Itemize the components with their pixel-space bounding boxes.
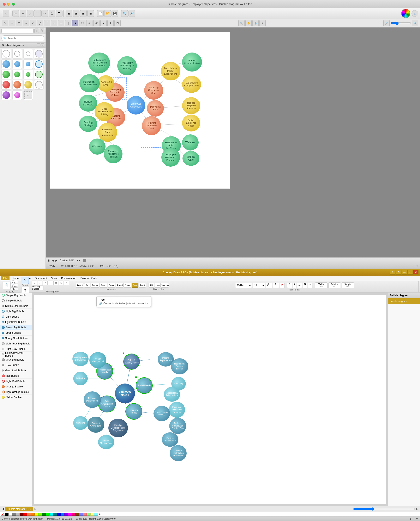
en-node-personal-dev[interactable]: PersonalDevelopment	[83, 391, 101, 408]
color-deep-pink[interactable]	[72, 513, 75, 516]
color-lime-light[interactable]	[38, 513, 42, 516]
close-btn[interactable]	[3, 3, 6, 6]
en-node-health-mgmt[interactable]: HealthManagement	[89, 352, 106, 368]
zoom-stepper[interactable]: ▲▼	[76, 259, 81, 262]
canvas-hscroll[interactable]	[353, 507, 415, 511]
arrow-tool[interactable]: ↖	[2, 20, 8, 26]
sidebar-lgray-big[interactable]: Light Gray Big Bubble	[0, 341, 32, 346]
sidebar-lgray-small[interactable]: Light Gray Small Bubble	[0, 352, 32, 357]
color-light-yellow[interactable]	[90, 513, 94, 516]
arc-tool[interactable]: ⌒	[34, 10, 41, 17]
cut-btn[interactable]: ✂ Cut	[11, 280, 18, 283]
bubble-cell-2[interactable]	[12, 49, 22, 59]
freehand[interactable]: ✏	[86, 20, 92, 26]
font-size-down[interactable]: A↓	[273, 283, 279, 288]
color-green-dark[interactable]	[42, 513, 46, 516]
vscroll-down[interactable]: ▼	[416, 517, 418, 520]
sidebar-gray-big[interactable]: Gray Big Bubble	[0, 357, 32, 362]
vert-conn[interactable]: |	[65, 20, 71, 26]
bezier-tool[interactable]: ∿	[100, 20, 106, 26]
text-tool[interactable]: T	[56, 10, 62, 17]
page-3[interactable]	[90, 259, 93, 262]
bubble-cell-7[interactable]	[23, 59, 33, 69]
maximize-btn[interactable]	[12, 3, 15, 6]
line-btn[interactable]: Line	[155, 283, 161, 288]
node-paternalistic[interactable]: Paternalistic:Defined Benefit	[79, 74, 100, 92]
node-satisfy-emp[interactable]: SatisfyEmployeeNeeds	[182, 115, 200, 132]
color-maroon[interactable]	[20, 513, 23, 516]
tab-scroll-left[interactable]: ◀	[1, 507, 4, 510]
paste-btn[interactable]: 📋	[2, 282, 11, 289]
image-insert[interactable]: 🖼	[114, 20, 121, 26]
bubble-cell-6[interactable]	[12, 59, 22, 69]
dt-draw-shapes[interactable]: Drawing Shapes	[32, 286, 44, 290]
sidebar-list-view[interactable]: ☰	[34, 29, 39, 33]
arrange-tool-3[interactable]: ⊠	[80, 10, 87, 17]
scroll-right-btn[interactable]: ▶	[416, 507, 419, 510]
color-blue[interactable]	[57, 513, 61, 516]
en-node-needs[interactable]: EmployeeNeeds	[115, 383, 135, 403]
color-red[interactable]	[23, 513, 27, 516]
align-left-btn[interactable]: ≡	[308, 283, 312, 288]
sidebar-simple-big[interactable]: Simple Big Bubble	[0, 293, 32, 298]
title-style-btn[interactable]: Title text	[315, 282, 328, 288]
bubble-cell-13[interactable]	[1, 80, 11, 89]
color-teal[interactable]	[53, 513, 57, 516]
menu-solution-pack[interactable]: Solution Pack	[78, 276, 99, 280]
employee-needs-diagram[interactable]: Tree 🔗 Connect selected objects with con…	[34, 295, 386, 504]
zoom-in-tool[interactable]: 🔍	[412, 20, 418, 26]
ellipse-tool[interactable]: ○	[20, 10, 26, 17]
en-node-flex-ben[interactable]: FlexibleBenefit Plan	[162, 432, 178, 447]
arrange-tool-1[interactable]: ⊞	[66, 10, 72, 17]
win-restore-btn[interactable]: □	[407, 270, 413, 275]
win-help-btn[interactable]: ?	[390, 270, 395, 275]
color-light-cyan[interactable]	[94, 513, 98, 516]
color-aqua[interactable]	[49, 513, 53, 516]
font-name-select[interactable]: Calibri	[235, 283, 252, 288]
rect-tool[interactable]: ▭	[12, 10, 19, 17]
conn-direct[interactable]: Direct	[76, 283, 84, 288]
dt-shapes[interactable]: ⬡	[59, 280, 64, 285]
line-tool[interactable]: ╱	[27, 10, 34, 17]
node-employer-objectives[interactable]: EmployerObjectives	[127, 96, 145, 115]
node-medical-care[interactable]: MedicalCare	[182, 151, 199, 166]
sidebar-strong-small[interactable]: Strong Small Bubble	[0, 336, 32, 341]
conn-chain[interactable]: Chain	[124, 283, 131, 288]
node-prevention[interactable]: PreventionEarlyIntervention	[98, 123, 117, 142]
color-light-green[interactable]	[87, 513, 90, 516]
dt-ellipse[interactable]: ○	[37, 280, 42, 285]
node-emp-assist-right[interactable]: EmployeeAssistanceProgram	[161, 148, 180, 167]
sidebar-orange[interactable]: Orange Bubble	[0, 384, 32, 389]
sidebar-strong[interactable]: Strong Bubble	[0, 330, 32, 336]
menu-file[interactable]: File	[1, 276, 9, 280]
color-orange[interactable]	[31, 513, 35, 516]
zoom-slider[interactable]	[390, 22, 411, 25]
bubble-cell-16[interactable]	[34, 80, 44, 89]
node-tax-effective[interactable]: Tax-effectiveCompensation	[182, 76, 201, 93]
minimize-btn[interactable]	[7, 3, 10, 6]
round-rect[interactable]: ▢	[16, 20, 22, 26]
bubble-cell-17[interactable]	[1, 90, 11, 100]
conn-tree[interactable]: Tree	[132, 283, 138, 288]
rp-bubble-diagram[interactable]: Bubble diagram	[388, 298, 420, 304]
text-insert[interactable]: T	[107, 20, 113, 26]
color-more-btn[interactable]: ▶	[98, 513, 102, 515]
win-minimize-btn[interactable]: —	[402, 270, 407, 275]
bubble-cell-4[interactable]	[34, 49, 44, 59]
zoom-out[interactable]: 🔎	[128, 10, 135, 17]
strikethrough-btn[interactable]: S	[303, 283, 307, 288]
pause-btn[interactable]: ⏸	[47, 259, 50, 262]
save-file[interactable]: 💾	[112, 10, 118, 17]
dt-poly[interactable]: ⬠	[53, 280, 58, 285]
conn-bezier[interactable]: Bezier	[91, 283, 99, 288]
color-light-red[interactable]	[83, 513, 87, 516]
node-benefit-sched[interactable]: BenefitSchedule	[79, 95, 97, 112]
en-node-mentoring[interactable]: Mentoring	[73, 416, 88, 430]
fill-btn[interactable]: Fill	[149, 283, 154, 288]
right-angle[interactable]: ⌐	[51, 20, 57, 26]
bubble-cell-10[interactable]	[12, 70, 22, 79]
en-node-interp-rel[interactable]: InterpersonalRelationships	[164, 387, 180, 402]
arrange-tool-2[interactable]: ⊟	[73, 10, 79, 17]
color-white[interactable]	[8, 513, 12, 516]
node-wellness-left[interactable]: Wellness	[89, 139, 105, 155]
